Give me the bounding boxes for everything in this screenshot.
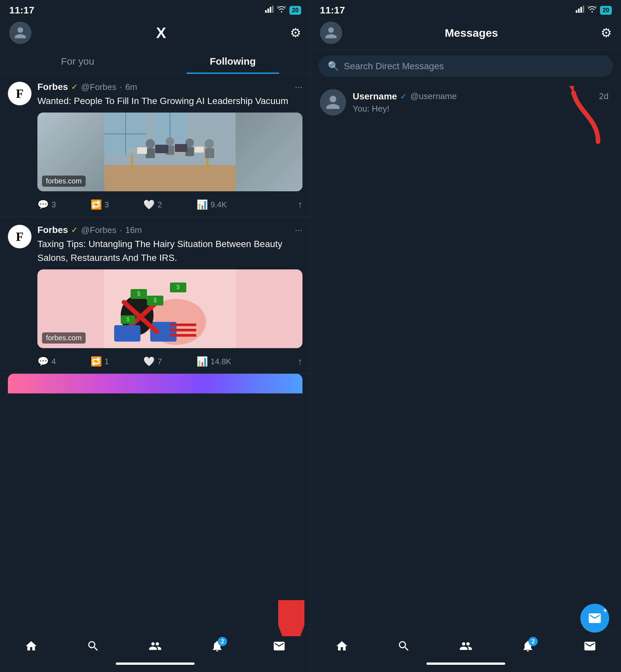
tweet-image-2[interactable]: $ $ $ $ forbes.com [37,269,302,348]
tweet-2[interactable]: F Forbes ✓ @Forbes · 16m ··· Taxing Tips… [0,217,310,374]
tweet-image-1[interactable]: forbes.com [37,113,302,191]
svg-rect-1 [267,8,269,13]
like-count-1: 2 [158,200,162,209]
comment-action-1[interactable]: 💬 3 [37,199,90,210]
dm-info-1: Username ✓ @username 2d You: Hey! [353,91,612,114]
battery-left: 20 [289,6,301,15]
status-icons-left: 20 [265,6,301,15]
tweet-content-2: Forbes ✓ @Forbes · 16m ··· Taxing Tips: … [37,225,302,373]
tweet-dot-2: · [120,225,122,235]
tweet-name-2: Forbes [37,225,68,235]
svg-rect-25 [195,147,204,153]
tweet-actions-1: 💬 3 🔁 3 🤍 2 📊 9.4K [37,196,302,216]
share-action-1[interactable]: ↑ [249,199,302,210]
settings-icon-right[interactable]: ⚙ [601,26,612,40]
nav-notifications-right[interactable]: 2 [515,636,541,656]
tweet-text-2: Taxing Tips: Untangling The Hairy Situat… [37,237,302,265]
compose-plus-icon: + [603,606,607,615]
tweet-time-2: 16m [125,225,142,235]
settings-icon-left[interactable]: ⚙ [290,26,301,40]
tweet-more-1[interactable]: ··· [295,82,302,92]
svg-point-16 [166,137,174,146]
svg-rect-49 [578,8,580,13]
nav-people-right[interactable] [453,636,479,656]
notifications-badge-right: 2 [529,637,538,646]
retweet-count-2: 1 [105,357,109,366]
signal-icon-left [265,6,274,15]
svg-rect-51 [583,6,584,13]
nav-messages-left[interactable] [266,636,292,656]
retweet-action-1[interactable]: 🔁 3 [90,199,144,210]
compose-dm-button[interactable]: + [580,604,609,633]
dm-list: Username ✓ @username 2d You: Hey! [310,83,621,630]
dm-verified-1: ✓ [400,92,407,101]
views-action-1: 📊 9.4K [197,199,250,210]
nav-search-right[interactable] [391,636,417,656]
x-logo: X [156,24,166,42]
tweet-dot-1: · [120,82,122,92]
svg-rect-48 [576,10,577,13]
wifi-icon-left [277,6,286,14]
share-icon-2: ↑ [298,356,302,367]
home-icon-right [335,639,348,653]
svg-rect-45 [170,334,196,337]
nav-home-left[interactable] [18,636,44,656]
tweet-header-1: Forbes ✓ @Forbes · 6m ··· [37,82,302,92]
nav-home-right[interactable] [329,636,355,656]
retweet-icon-2: 🔁 [90,356,102,367]
dm-item-1[interactable]: Username ✓ @username 2d You: Hey! [310,83,621,122]
svg-text:$: $ [127,317,130,322]
user-avatar-right[interactable] [320,22,342,44]
retweet-action-2[interactable]: 🔁 1 [90,356,144,367]
nav-messages-right[interactable] [577,636,603,656]
dm-handle-1: @username [410,91,457,102]
svg-rect-22 [155,145,168,153]
views-action-2: 📊 14.8K [197,356,250,367]
tweet-time-1: 6m [125,82,137,92]
bottom-nav-left: 2 [0,630,310,663]
comment-count-1: 3 [51,200,56,209]
share-action-2[interactable]: ↑ [249,356,302,367]
red-arrow-down [278,600,304,638]
comment-action-2[interactable]: 💬 4 [37,356,90,367]
svg-point-14 [146,139,155,148]
nav-notifications-left[interactable]: 2 [204,636,230,656]
share-icon-1: ↑ [298,199,302,210]
verified-icon-2: ✓ [71,226,78,235]
svg-rect-5 [104,165,236,191]
nav-people-left[interactable] [142,636,168,656]
tweet-actions-2: 💬 4 🔁 1 🤍 7 📊 14.8K [37,353,302,373]
search-icon-left [87,639,100,653]
mail-icon-left [273,639,286,653]
like-action-2[interactable]: 🤍 7 [143,356,197,367]
tweet-1[interactable]: F Forbes ✓ @Forbes · 6m ··· Wanted: Peop… [0,74,310,217]
tab-for-you[interactable]: For you [0,49,155,74]
dm-person-icon-1 [325,94,341,111]
svg-rect-43 [170,323,196,326]
image-label-1: forbes.com [42,175,86,187]
home-indicator-right [310,663,621,672]
nav-search-left[interactable] [80,636,106,656]
tweet-more-2[interactable]: ··· [295,225,302,235]
left-header: X ⚙ [0,19,310,49]
svg-point-20 [205,139,214,148]
svg-rect-21 [205,148,214,158]
user-avatar-left[interactable] [9,22,32,44]
tweet-handle-2: @Forbes [81,225,116,235]
people-icon-left [149,639,162,653]
signal-icon-right [576,6,584,15]
status-bar-left: 11:17 20 [0,0,310,19]
svg-rect-44 [170,329,196,331]
tweet-feed: F Forbes ✓ @Forbes · 6m ··· Wanted: Peop… [0,74,310,630]
comment-icon-1: 💬 [37,199,49,210]
time-left: 11:17 [9,5,35,16]
comment-count-2: 4 [51,357,56,366]
tab-following[interactable]: Following [155,49,310,74]
search-direct-messages[interactable]: 🔍 Search Direct Messages [319,55,613,77]
like-action-1[interactable]: 🤍 2 [143,199,197,210]
home-indicator-left [0,663,310,672]
svg-text:$: $ [176,284,180,290]
svg-rect-3 [272,6,274,13]
tweet-name-1: Forbes [37,82,68,92]
wifi-icon-right [587,6,597,14]
